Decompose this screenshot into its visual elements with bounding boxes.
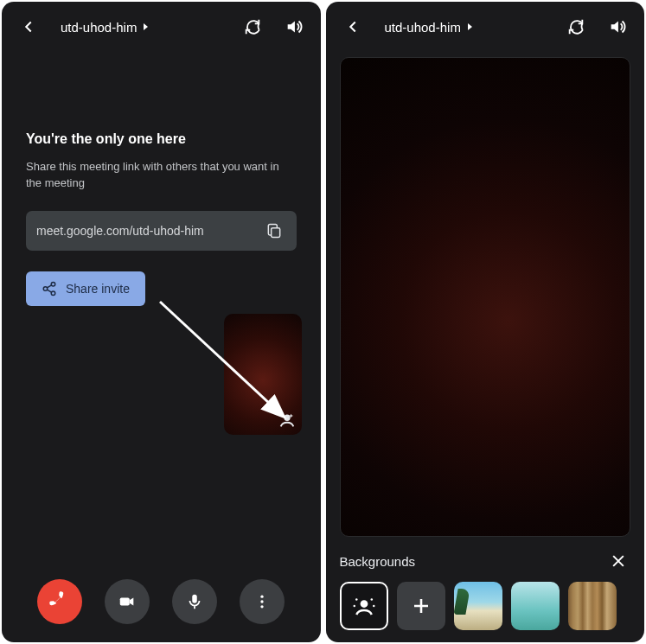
background-option-sea[interactable] bbox=[511, 582, 560, 630]
svg-point-2 bbox=[43, 286, 48, 290]
empty-meeting-subtext: Share this meeting link with others that… bbox=[26, 159, 297, 192]
header-bar: utd-uhod-him bbox=[2, 2, 321, 52]
empty-meeting-heading: You're the only one here bbox=[26, 131, 297, 147]
svg-point-9 bbox=[261, 600, 264, 603]
svg-rect-7 bbox=[193, 595, 198, 603]
close-panel-button[interactable] bbox=[606, 549, 630, 573]
back-button[interactable] bbox=[338, 12, 368, 41]
effects-button[interactable] bbox=[276, 409, 298, 431]
phone-screen-backgrounds: utd-uhod-him Backgrounds bbox=[326, 2, 645, 642]
backgrounds-body bbox=[326, 52, 645, 537]
backgrounds-title: Backgrounds bbox=[340, 554, 416, 569]
backgrounds-panel: Backgrounds bbox=[326, 537, 645, 642]
meeting-code-title[interactable]: utd-uhod-him bbox=[385, 20, 550, 35]
svg-point-15 bbox=[373, 605, 375, 608]
share-invite-label: Share invite bbox=[66, 282, 130, 296]
background-option-beach[interactable] bbox=[454, 582, 502, 630]
background-option-effects[interactable] bbox=[340, 582, 388, 630]
meeting-code-title[interactable]: utd-uhod-him bbox=[61, 20, 226, 35]
svg-point-3 bbox=[51, 291, 55, 296]
svg-point-11 bbox=[360, 600, 368, 608]
backgrounds-row bbox=[340, 582, 631, 630]
self-view-tile[interactable] bbox=[224, 314, 302, 435]
main-video-preview bbox=[340, 57, 631, 537]
share-invite-button[interactable]: Share invite bbox=[26, 271, 145, 306]
meeting-body: You're the only one here Share this meet… bbox=[2, 52, 321, 561]
meeting-link-text: meet.google.com/utd-uhod-him bbox=[36, 224, 253, 238]
switch-camera-button[interactable] bbox=[238, 12, 267, 41]
chevron-right-icon bbox=[466, 22, 475, 31]
svg-point-8 bbox=[261, 596, 264, 598]
svg-point-4 bbox=[284, 415, 290, 421]
svg-point-10 bbox=[261, 605, 264, 608]
svg-point-1 bbox=[51, 282, 55, 286]
background-option-bookshelf[interactable] bbox=[568, 582, 617, 630]
speaker-button[interactable] bbox=[603, 12, 632, 41]
more-options-button[interactable] bbox=[240, 579, 285, 624]
mic-toggle-button[interactable] bbox=[172, 579, 217, 624]
svg-point-13 bbox=[370, 598, 373, 601]
meeting-code-text: utd-uhod-him bbox=[61, 20, 137, 35]
svg-rect-0 bbox=[271, 227, 279, 237]
svg-point-14 bbox=[353, 605, 355, 608]
camera-toggle-button[interactable] bbox=[105, 579, 150, 624]
background-option-add[interactable] bbox=[397, 582, 445, 630]
meeting-link-row: meet.google.com/utd-uhod-him bbox=[26, 211, 297, 251]
call-controls-bar bbox=[2, 561, 321, 642]
svg-point-12 bbox=[355, 598, 358, 601]
svg-rect-6 bbox=[120, 597, 130, 605]
share-icon bbox=[42, 281, 57, 296]
meeting-code-text: utd-uhod-him bbox=[385, 20, 461, 35]
end-call-button[interactable] bbox=[37, 579, 82, 624]
back-button[interactable] bbox=[14, 12, 43, 41]
speaker-button[interactable] bbox=[279, 12, 309, 41]
copy-link-button[interactable] bbox=[262, 219, 286, 243]
switch-camera-button[interactable] bbox=[561, 12, 591, 41]
phone-screen-meeting: utd-uhod-him You're the only one here Sh… bbox=[2, 2, 321, 642]
header-bar: utd-uhod-him bbox=[326, 2, 645, 52]
chevron-right-icon bbox=[142, 22, 150, 31]
